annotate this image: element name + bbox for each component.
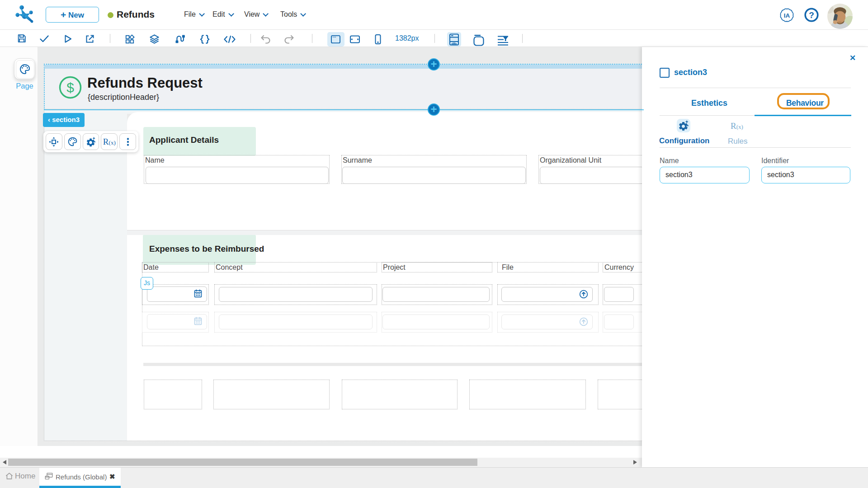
svg-text:IA: IA [784, 12, 790, 19]
svg-text:?: ? [809, 10, 814, 20]
svg-text:$: $ [66, 80, 74, 95]
